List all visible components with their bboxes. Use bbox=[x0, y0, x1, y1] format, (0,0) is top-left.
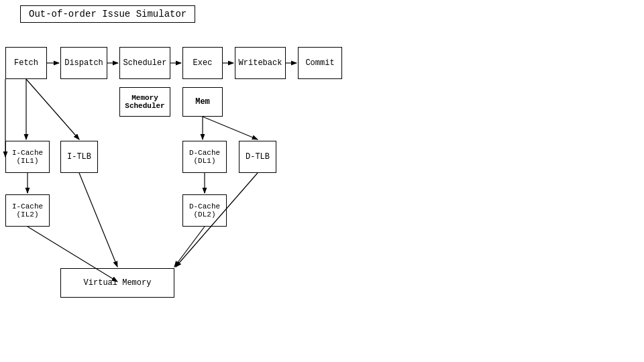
node-dispatch: Dispatch bbox=[60, 47, 107, 79]
node-dtlb: D-TLB bbox=[239, 141, 276, 173]
node-itlb: I-TLB bbox=[60, 141, 98, 173]
diagram-title: Out-of-order Issue Simulator bbox=[20, 5, 195, 23]
node-icache-l2: I-Cache(IL2) bbox=[5, 194, 50, 227]
node-mem: Mem bbox=[182, 87, 223, 117]
node-icache-l1: I-Cache(IL1) bbox=[5, 141, 50, 173]
node-exec: Exec bbox=[182, 47, 223, 79]
node-scheduler: Scheduler bbox=[119, 47, 170, 79]
node-fetch: Fetch bbox=[5, 47, 47, 79]
node-dcache-l2: D-Cache(DL2) bbox=[182, 194, 227, 227]
node-virtual-memory: Virtual Memory bbox=[60, 268, 174, 298]
node-dcache-l1: D-Cache(DL1) bbox=[182, 141, 227, 173]
node-writeback: Writeback bbox=[235, 47, 286, 79]
node-commit: Commit bbox=[298, 47, 342, 79]
diagram-container: Out-of-order Issue Simulator Fetch Dispa… bbox=[0, 0, 644, 362]
node-memory-scheduler: MemoryScheduler bbox=[119, 87, 170, 117]
